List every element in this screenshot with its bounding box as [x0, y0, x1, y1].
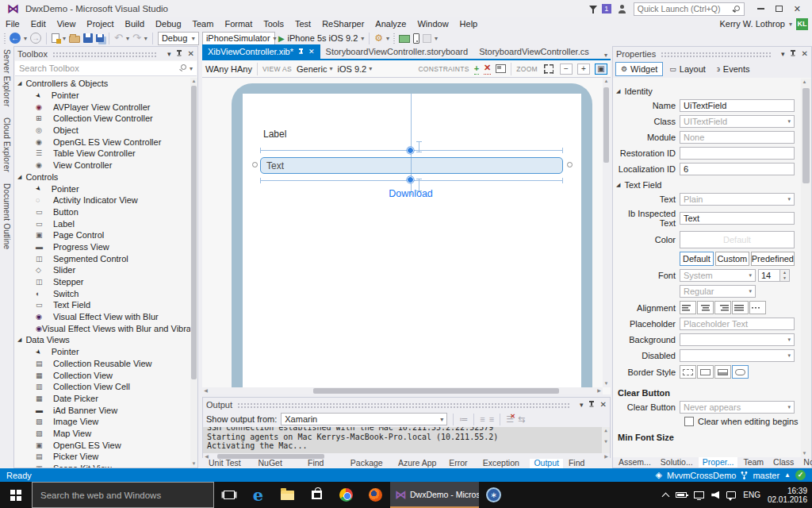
pin-icon[interactable]: [176, 50, 182, 57]
save-all-icon[interactable]: [96, 34, 104, 42]
go-to-previous-message-icon[interactable]: ≡: [480, 414, 485, 424]
uilabel-control[interactable]: Label: [263, 129, 286, 140]
side-tab-server-explorer[interactable]: Server Explorer: [2, 49, 11, 106]
right-selection-handle[interactable]: [567, 162, 573, 167]
scroll-up-icon[interactable]: ▲: [801, 79, 808, 86]
ib-inspected-text-field[interactable]: Text: [680, 212, 795, 225]
feedback-icon[interactable]: [618, 5, 627, 13]
properties-tab-events[interactable]: ϶Events: [712, 62, 755, 76]
language-indicator[interactable]: ENG: [743, 491, 760, 499]
toolbox-item-text-field[interactable]: ▭Text Field: [14, 299, 190, 311]
toolbox-section-controllers-objects[interactable]: ◢Controllers & Objects: [14, 78, 190, 90]
menu-item-edit[interactable]: Edit: [25, 19, 52, 29]
designer-vertical-scrollbar[interactable]: ▲ ▼: [603, 78, 611, 387]
identity-section-header[interactable]: ◢ Identity: [613, 85, 801, 99]
scrollbar-thumb[interactable]: [603, 87, 609, 163]
scrollbar-thumb[interactable]: [313, 388, 559, 394]
uibutton-control[interactable]: Download: [389, 188, 433, 199]
menu-item-tools[interactable]: Tools: [258, 19, 289, 29]
taskbar-active-task[interactable]: ⋈ DwxDemo - Micros...: [390, 482, 479, 508]
chevron-down-icon[interactable]: ▾: [63, 35, 66, 42]
taskbar-item-edge[interactable]: e: [243, 482, 273, 508]
uitextfield-control[interactable]: Text: [260, 157, 563, 174]
output-horizontal-scrollbar[interactable]: ◀ ▶: [203, 453, 610, 459]
toolbar-grip[interactable]: [3, 33, 6, 44]
volume-icon[interactable]: [711, 491, 719, 499]
border-rounded-button[interactable]: [732, 365, 749, 379]
menu-item-test[interactable]: Test: [289, 19, 316, 29]
top-resize-handle[interactable]: [419, 141, 419, 152]
chevron-down-icon[interactable]: ▾: [435, 35, 438, 42]
toolbox-item-page-control[interactable]: ▣Page Control: [14, 229, 190, 241]
menu-item-help[interactable]: Help: [454, 19, 484, 29]
scroll-down-icon[interactable]: ▼: [190, 460, 197, 468]
undo-icon[interactable]: ↶: [114, 33, 123, 44]
text-field-section-header[interactable]: ◢ Text Field: [613, 179, 801, 193]
align-right-button[interactable]: [714, 301, 731, 314]
toggle-word-wrap-icon[interactable]: ⇆: [518, 414, 525, 425]
name-field[interactable]: UiTextField: [680, 99, 795, 112]
pin-icon[interactable]: [790, 50, 796, 57]
find-message-icon[interactable]: ≔: [459, 414, 468, 425]
toolbox-item-collection-view[interactable]: ▦Collection View: [14, 369, 190, 381]
toolbox-item-collection-reusable-view[interactable]: ▤Collection Reusable View: [14, 358, 190, 370]
font-style-dropdown[interactable]: Regular▾: [680, 285, 756, 298]
menu-item-file[interactable]: File: [0, 19, 25, 29]
toolbox-item-pointer[interactable]: ➤Pointer: [14, 346, 190, 358]
sync-status-icon[interactable]: ✓: [795, 470, 806, 480]
device-phone-icon[interactable]: [413, 33, 419, 44]
scrollbar-thumb[interactable]: [217, 454, 324, 459]
pin-icon[interactable]: [298, 48, 304, 55]
toolbox-item-pointer[interactable]: ➤Pointer: [14, 90, 190, 102]
menu-item-view[interactable]: View: [52, 19, 82, 29]
bottom-tab-nuget-browser[interactable]: NuGet browser: [254, 458, 302, 468]
tool-settings-icon[interactable]: ⚙: [374, 33, 383, 44]
minimize-button[interactable]: [757, 8, 764, 10]
menu-item-analyze[interactable]: Analyze: [370, 19, 412, 29]
border-line-button[interactable]: [697, 365, 714, 379]
placeholder-field[interactable]: Placeholder Text: [680, 318, 795, 330]
solution-configuration-dropdown[interactable]: Debug▾: [158, 32, 199, 45]
color-predefined-button[interactable]: Predefined: [751, 252, 795, 266]
disabled-dropdown[interactable]: ▾: [680, 349, 795, 362]
toolbox-item-slider[interactable]: ◇Slider: [14, 264, 190, 276]
color-default-button[interactable]: Default: [680, 252, 714, 266]
chevron-icon[interactable]: [662, 492, 670, 500]
toolbox-item-collection-view-controller[interactable]: ⊞Collection View Controller: [14, 113, 190, 125]
taskbar-item-chrome[interactable]: [331, 482, 361, 508]
toolbox-item-image-view[interactable]: ▨Image View: [14, 416, 190, 428]
menu-item-debug[interactable]: Debug: [150, 19, 186, 29]
toolbox-item-button[interactable]: ▭Button: [14, 206, 190, 218]
chevron-down-icon[interactable]: ▾: [361, 35, 364, 42]
scroll-right-icon[interactable]: ▶: [603, 453, 610, 460]
font-size-stepper[interactable]: ▲▼: [780, 269, 790, 282]
scroll-left-icon[interactable]: ◀: [203, 453, 210, 460]
clear-when-editing-checkbox[interactable]: [684, 417, 694, 426]
properties-header[interactable]: Properties ▾ ✕: [613, 47, 811, 60]
background-dropdown[interactable]: ▾: [680, 333, 795, 346]
scroll-right-icon[interactable]: ▶: [596, 387, 603, 394]
scrollbar-thumb[interactable]: [191, 86, 197, 379]
bottom-tab-output[interactable]: Output: [530, 458, 563, 468]
taskbar-search-input[interactable]: Search the web and Windows: [32, 482, 214, 508]
chevron-down-icon[interactable]: ▾: [386, 35, 389, 42]
toolbox-section-controls[interactable]: ◢Controls: [14, 171, 190, 183]
size-class-button[interactable]: WAny HAny: [205, 64, 252, 74]
toolbox-item-switch[interactable]: ◐Switch: [14, 287, 190, 299]
right-tab-assem-[interactable]: Assem...: [615, 457, 655, 468]
toolbox-item-iad-banner-view[interactable]: ▬iAd Banner View: [14, 404, 190, 416]
taskbar-item-task-view[interactable]: [214, 482, 243, 508]
output-header[interactable]: Output ▾ ✕: [203, 398, 610, 411]
go-to-next-message-icon[interactable]: ≡: [489, 414, 494, 424]
run-target[interactable]: iPhone 5s iOS 9.2: [288, 33, 358, 43]
localization-id-field[interactable]: 6: [680, 163, 795, 175]
color-custom-button[interactable]: Custom: [715, 252, 749, 266]
properties-scrollbar[interactable]: ▲ ▼: [801, 79, 811, 457]
toolbox-item-collection-view-cell[interactable]: ▥Collection View Cell: [14, 381, 190, 393]
clear-button-dropdown[interactable]: Never appears▾: [680, 401, 795, 414]
toolbox-item-visual-effect-view-with-blur[interactable]: ◉Visual Effect View with Blur: [14, 311, 190, 323]
bottom-tab-unit-test-ses-[interactable]: Unit Test Ses...: [205, 458, 252, 468]
output-source-dropdown[interactable]: Xamarin ▾: [281, 413, 447, 425]
toolbox-search-input[interactable]: Search Toolbox ▾: [15, 61, 197, 76]
menu-item-window[interactable]: Window: [412, 19, 454, 29]
